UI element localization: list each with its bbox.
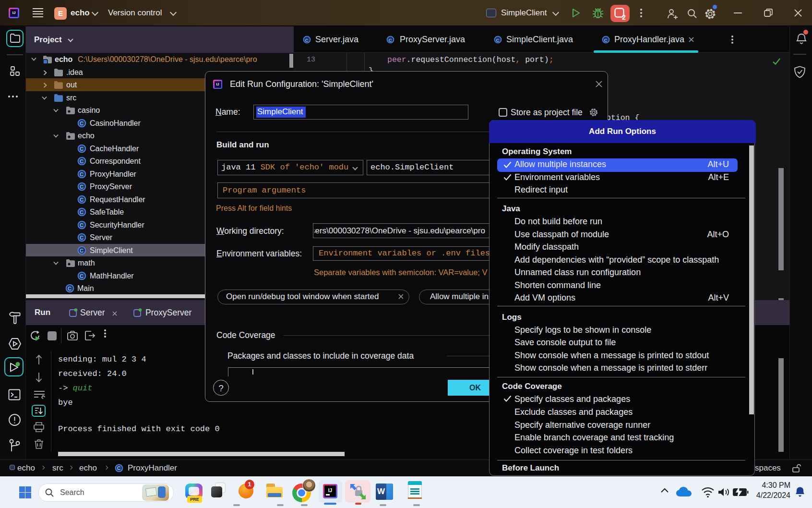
svg-text:C: C: [305, 37, 308, 43]
svg-text:C: C: [80, 146, 84, 152]
svg-text:C: C: [80, 171, 84, 177]
svg-text:C: C: [80, 248, 84, 254]
svg-text:C: C: [117, 466, 121, 471]
svg-text:C: C: [80, 273, 84, 279]
svg-text:C: C: [80, 235, 84, 241]
svg-text:C: C: [80, 197, 84, 203]
svg-text:C: C: [80, 184, 84, 190]
svg-text:C: C: [496, 37, 499, 43]
svg-text:C: C: [80, 222, 84, 228]
svg-text:C: C: [388, 37, 392, 43]
svg-text:C: C: [80, 209, 84, 215]
svg-text:C: C: [604, 37, 607, 43]
svg-text:C: C: [80, 121, 84, 126]
svg-text:C: C: [68, 286, 72, 291]
svg-text:2: 2: [622, 13, 626, 21]
svg-text:C: C: [80, 158, 84, 164]
